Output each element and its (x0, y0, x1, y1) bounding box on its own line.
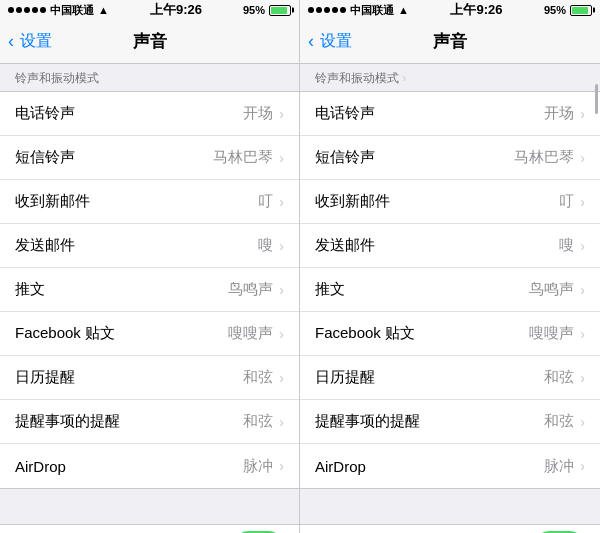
settings-row-3[interactable]: 发送邮件 嗖 › (300, 224, 600, 268)
row-right: 叮 › (559, 192, 585, 211)
row-label: AirDrop (15, 458, 66, 475)
row-chevron-icon: › (580, 194, 585, 210)
separator (300, 489, 600, 524)
row-value: 脉冲 (544, 457, 574, 476)
status-bar: 中国联通 ▲ 上午9:26 95% (300, 0, 600, 20)
settings-content: 铃声和振动模式 电话铃声 开场 › 短信铃声 马林巴琴 › 收到新邮件 叮 › … (0, 64, 299, 533)
settings-row-2[interactable]: 收到新邮件 叮 › (0, 180, 299, 224)
settings-row-3[interactable]: 发送邮件 嗖 › (0, 224, 299, 268)
row-label: 提醒事项的提醒 (15, 412, 120, 431)
status-right: 95% (243, 4, 291, 16)
row-right: 嗖 › (258, 236, 284, 255)
back-chevron-icon: ‹ (8, 31, 14, 52)
row-label: AirDrop (315, 458, 366, 475)
settings-row-8[interactable]: AirDrop 脉冲 › (0, 444, 299, 488)
scrollbar[interactable] (595, 84, 598, 114)
status-right: 95% (544, 4, 592, 16)
section-header-label: 铃声和振动模式 (315, 71, 399, 85)
settings-row-7[interactable]: 提醒事项的提醒 和弦 › (0, 400, 299, 444)
row-right: 和弦 › (243, 412, 284, 431)
row-label: 发送邮件 (315, 236, 375, 255)
row-label: 推文 (15, 280, 45, 299)
nav-back-button[interactable]: ‹ 设置 (8, 31, 52, 52)
row-right: 和弦 › (544, 368, 585, 387)
row-chevron-icon: › (279, 238, 284, 254)
nav-bar: ‹ 设置 声音 (0, 20, 299, 64)
signal-dot-5 (40, 7, 46, 13)
phone-left: 中国联通 ▲ 上午9:26 95% ‹ 设置 声音 铃声和振动模式 电话铃声 开… (0, 0, 300, 533)
settings-row-6[interactable]: 日历提醒 和弦 › (0, 356, 299, 400)
settings-row-0[interactable]: 电话铃声 开场 › (0, 92, 299, 136)
wifi-icon: ▲ (98, 4, 109, 16)
row-label: Facebook 贴文 (315, 324, 415, 343)
settings-row-1[interactable]: 短信铃声 马林巴琴 › (300, 136, 600, 180)
battery-fill (271, 7, 287, 14)
row-right: 和弦 › (544, 412, 585, 431)
signal-dots (308, 7, 346, 13)
settings-row-6[interactable]: 日历提醒 和弦 › (300, 356, 600, 400)
phones-container: 中国联通 ▲ 上午9:26 95% ‹ 设置 声音 铃声和振动模式 电话铃声 开… (0, 0, 600, 533)
row-label: 提醒事项的提醒 (315, 412, 420, 431)
row-value: 叮 (258, 192, 273, 211)
back-label[interactable]: 设置 (320, 31, 352, 52)
row-right: 开场 › (544, 104, 585, 123)
signal-dot-5 (340, 7, 346, 13)
row-chevron-icon: › (580, 326, 585, 342)
section-header: 铃声和振动模式 › (300, 64, 600, 91)
row-label: 短信铃声 (315, 148, 375, 167)
settings-rows-group: 电话铃声 开场 › 短信铃声 马林巴琴 › 收到新邮件 叮 › 发送邮件 嗖 › (300, 91, 600, 489)
back-label[interactable]: 设置 (20, 31, 52, 52)
settings-row-2[interactable]: 收到新邮件 叮 › (300, 180, 600, 224)
row-label: 发送邮件 (15, 236, 75, 255)
toggle-row-0[interactable]: 按键音 (300, 525, 600, 533)
settings-row-1[interactable]: 短信铃声 马林巴琴 › (0, 136, 299, 180)
row-value: 和弦 (544, 412, 574, 431)
signal-dot-3 (24, 7, 30, 13)
row-label: 收到新邮件 (15, 192, 90, 211)
settings-row-0[interactable]: 电话铃声 开场 › (300, 92, 600, 136)
settings-content: 铃声和振动模式 › 电话铃声 开场 › 短信铃声 马林巴琴 › 收到新邮件 叮 … (300, 64, 600, 533)
settings-row-4[interactable]: 推文 鸟鸣声 › (300, 268, 600, 312)
nav-back-button[interactable]: ‹ 设置 (308, 31, 352, 52)
row-right: 嗖嗖声 › (529, 324, 585, 343)
time-label: 上午9:26 (150, 1, 202, 19)
signal-dot-2 (316, 7, 322, 13)
settings-row-7[interactable]: 提醒事项的提醒 和弦 › (300, 400, 600, 444)
row-value: 嗖 (559, 236, 574, 255)
row-label: 电话铃声 (315, 104, 375, 123)
settings-row-8[interactable]: AirDrop 脉冲 › (300, 444, 600, 488)
row-label: 日历提醒 (315, 368, 375, 387)
carrier-label: 中国联通 (50, 3, 94, 18)
settings-rows-group: 电话铃声 开场 › 短信铃声 马林巴琴 › 收到新邮件 叮 › 发送邮件 嗖 › (0, 91, 299, 489)
settings-row-5[interactable]: Facebook 贴文 嗖嗖声 › (300, 312, 600, 356)
row-label: 短信铃声 (15, 148, 75, 167)
row-chevron-icon: › (279, 370, 284, 386)
row-value: 嗖嗖声 (529, 324, 574, 343)
signal-dot-1 (8, 7, 14, 13)
signal-dot-1 (308, 7, 314, 13)
row-value: 马林巴琴 (213, 148, 273, 167)
row-chevron-icon: › (279, 150, 284, 166)
settings-row-5[interactable]: Facebook 贴文 嗖嗖声 › (0, 312, 299, 356)
settings-row-4[interactable]: 推文 鸟鸣声 › (0, 268, 299, 312)
row-chevron-icon: › (580, 150, 585, 166)
carrier-label: 中国联通 (350, 3, 394, 18)
row-chevron-icon: › (580, 238, 585, 254)
section-header: 铃声和振动模式 (0, 64, 299, 91)
battery-percent: 95% (243, 4, 265, 16)
battery-icon (570, 5, 592, 16)
row-chevron-icon: › (279, 282, 284, 298)
row-value: 马林巴琴 (514, 148, 574, 167)
battery-icon (269, 5, 291, 16)
row-right: 嗖 › (559, 236, 585, 255)
signal-dot-3 (324, 7, 330, 13)
row-chevron-icon: › (279, 414, 284, 430)
row-chevron-icon: › (279, 458, 284, 474)
toggle-row-0[interactable]: 按键音 (0, 525, 299, 533)
toggle-rows-group: 按键音 锁定声 (0, 524, 299, 533)
row-chevron-icon: › (580, 282, 585, 298)
time-label: 上午9:26 (450, 1, 502, 19)
signal-dot-4 (332, 7, 338, 13)
row-right: 马林巴琴 › (213, 148, 284, 167)
row-chevron-icon: › (279, 326, 284, 342)
